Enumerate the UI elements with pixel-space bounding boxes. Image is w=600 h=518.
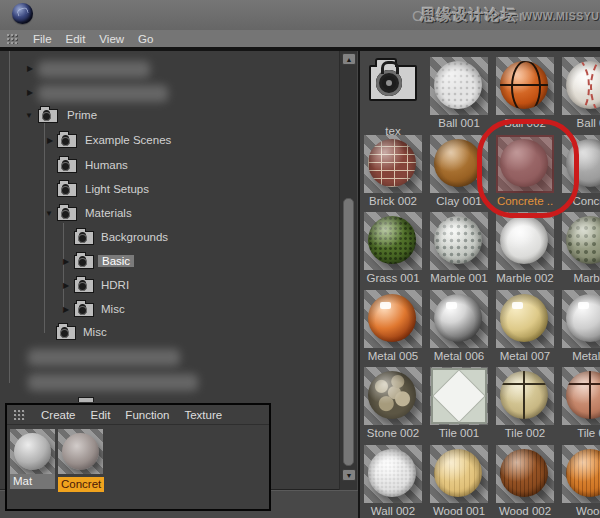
tree-item-basic[interactable]: ▶ Basic bbox=[0, 253, 330, 271]
tree-item-materials[interactable]: ▼ Materials bbox=[0, 205, 330, 223]
browser-item-metal-008[interactable]: Metal 0 bbox=[560, 290, 600, 364]
browser-item-clay-001[interactable]: Clay 001 bbox=[428, 135, 490, 209]
tree-item-misc[interactable]: Misc bbox=[0, 324, 330, 342]
item-label: Metal 006 bbox=[428, 350, 490, 364]
blurred-label bbox=[38, 61, 150, 78]
item-label: Marble 002 bbox=[494, 272, 556, 286]
drag-grip-icon[interactable] bbox=[6, 33, 19, 44]
tree-item-misc-sub[interactable]: ▶ Misc bbox=[0, 301, 330, 319]
chevron-right-icon[interactable]: ▶ bbox=[61, 281, 71, 290]
menu-view[interactable]: View bbox=[99, 33, 124, 45]
menu-create[interactable]: Create bbox=[41, 409, 76, 421]
item-label: Ball 002 bbox=[494, 117, 556, 131]
browser-item-ball-003[interactable]: Ball 0 bbox=[560, 57, 600, 131]
scrollbar-thumb[interactable] bbox=[343, 198, 354, 466]
chevron-right-icon[interactable]: ▶ bbox=[61, 257, 71, 266]
chevron-down-icon[interactable]: ▼ bbox=[44, 209, 54, 218]
app-logo-icon bbox=[12, 3, 33, 24]
scroll-down-icon[interactable]: ▼ bbox=[342, 469, 356, 481]
material-thumbnail bbox=[566, 216, 600, 264]
tree-item-blurred[interactable]: ▶ bbox=[0, 84, 330, 102]
browser-item-metal-005[interactable]: Metal 005 bbox=[362, 290, 424, 364]
browser-item-wood-002[interactable]: Wood 002 bbox=[494, 445, 556, 518]
tree-item-blurred[interactable] bbox=[0, 348, 330, 366]
drag-grip-icon[interactable] bbox=[13, 409, 26, 420]
chevron-right-icon[interactable]: ▶ bbox=[61, 305, 71, 314]
browser-item-ball-002[interactable]: Ball 002 bbox=[494, 57, 556, 131]
browser-item-concrete-2[interactable]: Concre bbox=[560, 135, 600, 209]
tree-item-label: Misc bbox=[83, 326, 107, 338]
item-label: Metal 0 bbox=[560, 350, 600, 364]
material-thumbnail bbox=[431, 368, 487, 424]
browser-item-marble-001[interactable]: Marble 001 bbox=[428, 212, 490, 286]
material-thumbnail bbox=[566, 449, 600, 497]
material-thumbnail bbox=[434, 216, 482, 264]
tree-item-blurred[interactable]: ▶ bbox=[0, 60, 330, 78]
material-preview bbox=[14, 433, 51, 470]
browser-item-tile-002[interactable]: Tile 002 bbox=[494, 367, 556, 441]
material-thumbnail bbox=[434, 294, 482, 342]
material-label-selected: Concret bbox=[58, 477, 104, 492]
browser-item-tex[interactable]: tex bbox=[362, 57, 424, 139]
selection-overlay bbox=[496, 135, 554, 193]
item-label: Wood bbox=[560, 505, 600, 518]
tree-item-hdri[interactable]: ▶ HDRI bbox=[0, 277, 330, 295]
material-menu-bar: Create Edit Function Texture bbox=[7, 405, 269, 425]
material-thumbnail bbox=[434, 139, 482, 187]
material-mat[interactable]: Mat bbox=[10, 429, 55, 489]
browser-item-stone-002[interactable]: Stone 002 bbox=[362, 367, 424, 441]
chevron-right-icon[interactable]: ▶ bbox=[45, 136, 55, 145]
browser-item-marble-003[interactable]: Marble bbox=[560, 212, 600, 286]
tree-item-partial bbox=[78, 397, 94, 402]
browser-item-metal-006[interactable]: Metal 006 bbox=[428, 290, 490, 364]
browser-item-marble-002[interactable]: Marble 002 bbox=[494, 212, 556, 286]
item-label: Marble 001 bbox=[428, 272, 490, 286]
folder-lock-icon bbox=[38, 109, 58, 123]
menu-file[interactable]: File bbox=[33, 33, 52, 45]
material-thumbnail bbox=[566, 61, 600, 109]
tree-item-light-setups[interactable]: Light Setups bbox=[0, 181, 330, 199]
chevron-right-icon[interactable]: ▶ bbox=[25, 64, 35, 73]
browser-item-brick-002[interactable]: Brick 002 bbox=[362, 135, 424, 209]
menu-texture[interactable]: Texture bbox=[184, 409, 222, 421]
material-thumbnail bbox=[500, 371, 548, 419]
material-concret-selected[interactable]: Concret bbox=[58, 429, 103, 492]
chevron-down-icon[interactable]: ▼ bbox=[24, 111, 34, 120]
menu-edit[interactable]: Edit bbox=[91, 409, 111, 421]
tree-item-label: Example Scenes bbox=[85, 134, 171, 146]
browser-item-tile-003[interactable]: Tile 0 bbox=[560, 367, 600, 441]
browser-item-wall-002[interactable]: Wall 002 bbox=[362, 445, 424, 518]
watermark-site-url: WWW.MISSYUAN.COM bbox=[522, 10, 600, 22]
chevron-right-icon[interactable]: ▶ bbox=[25, 88, 35, 97]
tree-item-humans[interactable]: Humans bbox=[0, 157, 330, 175]
tree-item-example-scenes[interactable]: ▶ Example Scenes bbox=[0, 132, 330, 150]
scroll-up-icon[interactable]: ▲ bbox=[342, 53, 356, 65]
item-label: Clay 001 bbox=[428, 195, 490, 209]
folder-lock-icon bbox=[57, 159, 77, 173]
material-thumbnail bbox=[500, 216, 548, 264]
folder-lock-icon bbox=[57, 134, 77, 148]
browser-item-wood-003[interactable]: Wood bbox=[560, 445, 600, 518]
material-thumbnail bbox=[368, 294, 416, 342]
browser-item-concrete-selected[interactable]: Concrete .. bbox=[494, 135, 556, 209]
browser-item-grass-001[interactable]: Grass 001 bbox=[362, 212, 424, 286]
folder-lock-icon bbox=[74, 303, 94, 317]
tree-item-label-selected: Basic bbox=[98, 255, 134, 267]
tree-item-prime[interactable]: ▼ Prime bbox=[0, 107, 330, 125]
browser-item-metal-007[interactable]: Metal 007 bbox=[494, 290, 556, 364]
material-thumbnail bbox=[500, 61, 548, 109]
browser-item-tile-001[interactable]: Tile 001 bbox=[428, 367, 490, 441]
menu-go[interactable]: Go bbox=[138, 33, 153, 45]
menu-edit[interactable]: Edit bbox=[66, 33, 86, 45]
menu-bar: File Edit View Go bbox=[0, 30, 600, 51]
item-label: Ball 0 bbox=[560, 117, 600, 131]
tree-scrollbar[interactable]: ▲ ▼ bbox=[339, 51, 357, 490]
tree-item-label: HDRI bbox=[101, 279, 129, 291]
item-label: Grass 001 bbox=[362, 272, 424, 286]
tree-item-blurred[interactable] bbox=[0, 373, 330, 391]
browser-item-wood-001[interactable]: Wood 001 bbox=[428, 445, 490, 518]
browser-item-ball-001[interactable]: Ball 001 bbox=[428, 57, 490, 131]
tree-item-backgrounds[interactable]: Backgrounds bbox=[0, 229, 330, 247]
tree-item-label: Backgrounds bbox=[101, 231, 168, 243]
menu-function[interactable]: Function bbox=[125, 409, 169, 421]
